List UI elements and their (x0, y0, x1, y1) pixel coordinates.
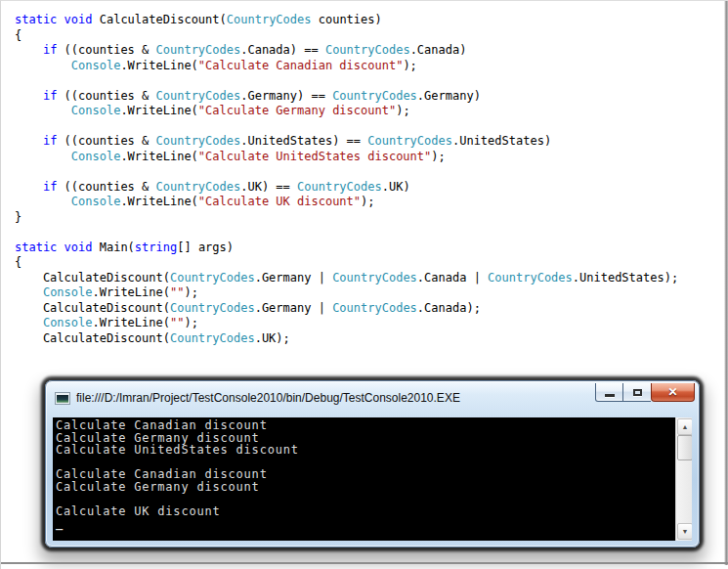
page-right-border (724, 1, 728, 565)
close-icon: ✕ (667, 384, 677, 401)
close-button[interactable]: ✕ (651, 383, 695, 402)
code-line (15, 164, 708, 180)
vertical-scrollbar[interactable]: ▲ ▼ (675, 417, 692, 541)
console-line: Calculate UnitedStates discount (56, 444, 674, 457)
code-line: } (15, 210, 708, 226)
code-line: Console.WriteLine("Calculate Germany dis… (15, 104, 708, 119)
code-line: CalculateDiscount(CountryCodes.UK); (15, 331, 708, 347)
code-block: static void CalculateDiscount(CountryCod… (15, 13, 708, 346)
code-line: CalculateDiscount(CountryCodes.Germany |… (15, 271, 708, 286)
console-output-text: Calculate Canadian discountCalculate Ger… (56, 419, 674, 530)
maximize-icon (633, 389, 642, 396)
code-line: if ((counties & CountryCodes.Canada) == … (15, 43, 708, 59)
scroll-down-icon[interactable]: ▼ (677, 523, 692, 540)
screenshot-root: static void CalculateDiscount(CountryCod… (0, 0, 728, 569)
console-cursor: _ (56, 516, 64, 530)
console-line: Calculate UK discount (56, 505, 674, 518)
code-line: { (15, 255, 708, 271)
console-line (56, 493, 674, 505)
minimize-button[interactable] (595, 383, 623, 402)
code-line: Console.WriteLine("Calculate Canadian di… (15, 59, 708, 74)
scroll-up-icon[interactable]: ▲ (677, 418, 692, 435)
code-line: { (15, 28, 708, 44)
code-line: if ((counties & CountryCodes.Germany) ==… (15, 89, 708, 105)
console-line: Calculate Germany discount (56, 481, 674, 494)
code-line: if ((counties & CountryCodes.UnitedState… (15, 134, 708, 150)
code-line: Console.WriteLine(""); (15, 285, 708, 301)
maximize-button[interactable] (623, 383, 651, 402)
console-line: Calculate Canadian discount (56, 419, 674, 432)
console-line: Calculate Canadian discount (56, 468, 674, 481)
console-window-titlebar[interactable]: file:///D:/Imran/Project/TestConsole2010… (46, 381, 699, 416)
code-line: Console.WriteLine("Calculate UnitedState… (15, 150, 708, 165)
console-cursor-line: _ (56, 517, 674, 530)
code-line: Console.WriteLine("Calculate UK discount… (15, 195, 708, 210)
console-window-title: file:///D:/Imran/Project/TestConsole2010… (76, 391, 460, 405)
console-output-area: Calculate Canadian discountCalculate Ger… (53, 417, 692, 541)
console-window: file:///D:/Imran/Project/TestConsole2010… (45, 380, 700, 547)
code-line (15, 225, 708, 241)
console-app-icon (55, 392, 70, 405)
code-line: Console.WriteLine(""); (15, 316, 708, 331)
code-line: static void Main(string[] args) (15, 241, 708, 256)
code-line: CalculateDiscount(CountryCodes.Germany |… (15, 301, 708, 317)
code-line: if ((counties & CountryCodes.UK) == Coun… (15, 180, 708, 196)
page-bottom-divider (1, 562, 728, 564)
caption-buttons: ✕ (595, 383, 695, 402)
code-line (15, 73, 708, 89)
code-line: static void CalculateDiscount(CountryCod… (15, 13, 708, 28)
code-line (15, 119, 708, 135)
minimize-icon (605, 394, 615, 397)
scrollbar-thumb[interactable] (677, 435, 692, 460)
